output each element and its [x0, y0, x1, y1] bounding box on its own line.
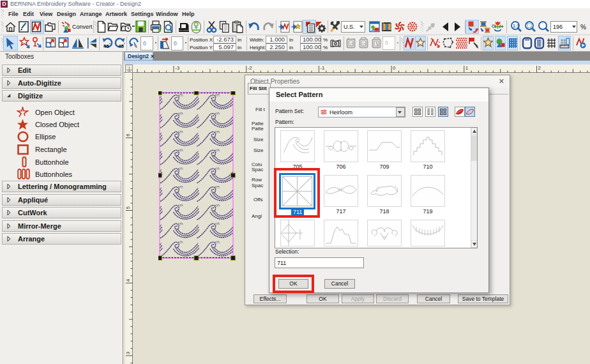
svg-text:3: 3: [125, 351, 131, 354]
svg-text:°: °: [124, 42, 126, 46]
svg-text:15: 15: [349, 42, 354, 47]
svg-text:-3: -3: [175, 65, 180, 71]
svg-text:2: 2: [538, 65, 541, 71]
svg-text:4: 4: [125, 278, 131, 282]
svg-text:1: 1: [465, 65, 469, 71]
svg-text:-1: -1: [320, 65, 325, 71]
svg-text:5: 5: [125, 206, 131, 209]
svg-text:15: 15: [362, 42, 367, 47]
svg-text:0: 0: [393, 65, 396, 71]
svg-text:6: 6: [125, 133, 131, 137]
svg-text:1:1: 1:1: [513, 24, 519, 28]
svg-text:-2: -2: [248, 65, 253, 71]
